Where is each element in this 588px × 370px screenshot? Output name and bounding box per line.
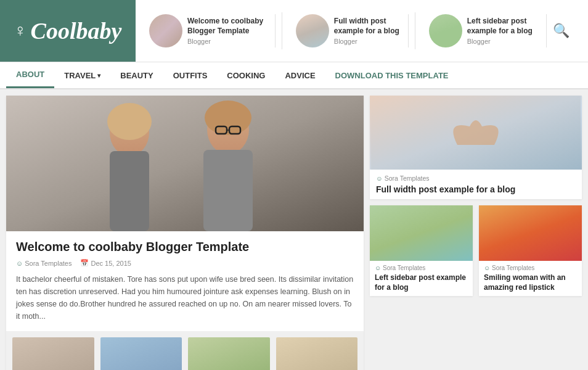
right-column: ☺ Sora Templates Full width post example… <box>370 96 582 370</box>
recent-post-1[interactable]: Welcome to coolbaby Blogger Template Blo… <box>142 14 276 47</box>
right-top-content: ☺ Sora Templates Full width post example… <box>370 170 582 199</box>
right-top-card: ☺ Sora Templates Full width post example… <box>370 96 582 199</box>
post-cat-2: Blogger <box>334 38 401 45</box>
bottom-thumb-2 <box>100 337 182 370</box>
logo-icon: ♀ <box>14 21 27 41</box>
right-card-bike-title: Left sidebar post example for a blog <box>375 273 468 292</box>
featured-author: ☺ Sora Templates <box>16 259 71 267</box>
nav-about[interactable]: ABOUT <box>6 62 54 88</box>
svg-rect-0 <box>6 96 364 231</box>
search-button[interactable]: 🔍 <box>553 23 570 39</box>
right-card-lipstick-title: Smiling woman with an amazing red lipsti… <box>484 273 577 292</box>
nav-travel[interactable]: TRAVEL ▾ <box>54 64 110 88</box>
recent-post-2[interactable]: Full width post example for a blog Blogg… <box>288 14 409 47</box>
bottom-thumb-3 <box>188 337 270 370</box>
recent-post-3[interactable]: Left sidebar post example for a blog Blo… <box>422 14 547 47</box>
right-card-lipstick-author: ☺ Sora Templates <box>484 265 577 271</box>
post-thumb-3 <box>429 14 462 47</box>
bottom-previews <box>6 331 364 370</box>
nav-travel-arrow: ▾ <box>97 72 100 79</box>
nav-beauty[interactable]: BEAUTY <box>110 64 163 88</box>
post-thumb-2 <box>296 14 329 47</box>
calendar-icon: 📅 <box>80 259 89 267</box>
post-cat-1: Blogger <box>187 38 267 45</box>
nav-travel-label: TRAVEL <box>64 71 96 80</box>
post-info-2: Full width post example for a blog Blogg… <box>334 17 401 44</box>
post-cat-3: Blogger <box>467 38 539 45</box>
divider-2 <box>415 12 415 49</box>
divider-1 <box>282 12 282 49</box>
nav-download[interactable]: DOWNLOAD THIS TEMPLATE <box>325 64 459 88</box>
left-column: Welcome to coolbaby Blogger Template ☺ S… <box>6 96 364 370</box>
right-top-author: ☺ Sora Templates <box>376 175 576 182</box>
right-card-lipstick: ☺ Sora Templates Smiling woman with an a… <box>479 205 582 296</box>
nav-advice[interactable]: ADVICE <box>275 64 325 88</box>
right-bottom-row: ☺ Sora Templates Left sidebar post examp… <box>370 205 582 296</box>
author-icon: ☺ <box>376 175 383 182</box>
nav-outfits[interactable]: OUTFITS <box>163 64 218 88</box>
hands-svg <box>370 96 582 170</box>
featured-date: 📅 Dec 15, 2015 <box>80 259 131 267</box>
svg-rect-3 <box>110 151 149 231</box>
right-card-lipstick-content: ☺ Sora Templates Smiling woman with an a… <box>479 261 582 296</box>
right-card-bike: ☺ Sora Templates Left sidebar post examp… <box>370 205 473 296</box>
main-content: Welcome to coolbaby Blogger Template ☺ S… <box>0 89 588 370</box>
featured-excerpt: It bachelor cheerful of mistaken. Tore h… <box>16 273 354 323</box>
bottom-thumb-4 <box>276 337 358 370</box>
featured-post-content: Welcome to coolbaby Blogger Template ☺ S… <box>6 231 364 331</box>
right-card-bike-author: ☺ Sora Templates <box>375 265 468 271</box>
featured-image <box>6 96 364 231</box>
recent-posts-bar: Welcome to coolbaby Blogger Template Blo… <box>136 12 588 49</box>
svg-rect-9 <box>203 150 253 231</box>
right-top-image <box>370 96 582 170</box>
post-thumb-1 <box>149 14 182 47</box>
logo-area[interactable]: ♀ Coolbaby <box>0 0 136 62</box>
site-name: Coolbaby <box>31 17 122 44</box>
right-top-title: Full width post example for a blog <box>376 184 576 194</box>
post-title-sm-2: Full width post example for a blog <box>334 17 401 36</box>
bottom-thumb-1 <box>12 337 94 370</box>
post-title-sm-1: Welcome to coolbaby Blogger Template <box>187 17 267 36</box>
right-card-bike-content: ☺ Sora Templates Left sidebar post examp… <box>370 261 473 296</box>
right-card-bike-img <box>370 205 473 261</box>
featured-post-title: Welcome to coolbaby Blogger Template <box>16 240 354 254</box>
post-title-sm-3: Left sidebar post example for a blog <box>467 17 539 36</box>
post-info-1: Welcome to coolbaby Blogger Template Blo… <box>187 17 267 44</box>
featured-illustration <box>6 96 364 231</box>
post-info-3: Left sidebar post example for a blog Blo… <box>467 17 539 44</box>
right-card-lipstick-img <box>479 205 582 261</box>
nav-inner: ABOUT TRAVEL ▾ BEAUTY OUTFITS COOKING AD… <box>0 62 588 88</box>
site-header: ♀ Coolbaby Welcome to coolbaby Blogger T… <box>0 0 588 62</box>
featured-post-meta: ☺ Sora Templates 📅 Dec 15, 2015 <box>16 259 354 267</box>
nav-cooking[interactable]: COOKING <box>217 64 275 88</box>
person-icon: ☺ <box>16 260 23 267</box>
svg-point-2 <box>107 103 152 140</box>
nav-bar: ABOUT TRAVEL ▾ BEAUTY OUTFITS COOKING AD… <box>0 62 588 89</box>
